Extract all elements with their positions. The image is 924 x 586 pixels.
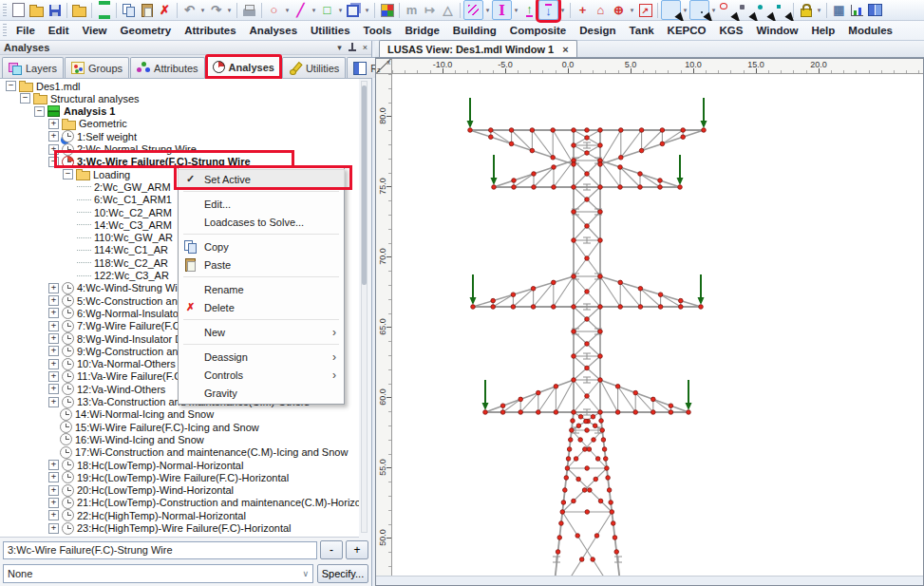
undo-icon[interactable]: ↶ [180,1,198,19]
expand-icon[interactable]: + [48,359,59,369]
grid-table-icon[interactable]: ▦ [830,1,848,19]
menu-utilities[interactable]: Utilities [304,21,357,40]
tree-item[interactable]: −Analysis 1 [34,105,115,118]
tree-item[interactable]: +5:Wc-Construction and [48,294,183,307]
dropdown-caret-icon[interactable]: ▾ [512,1,520,19]
menu-item-rename[interactable]: Rename [179,280,344,298]
menu-tools[interactable]: Tools [357,21,399,40]
tab-attributes[interactable]: Attributes [130,57,204,78]
collapse-icon[interactable]: − [48,157,59,167]
tree-item[interactable]: +1:Self weight [48,130,137,142]
menu-file[interactable]: File [9,21,42,40]
tree-scrollbar-thumb[interactable] [362,85,367,285]
tree-item[interactable]: +22:Hc(HighTemp)-Normal-Horizontal [48,509,246,521]
collapse-icon[interactable]: − [63,169,73,180]
tree-item[interactable]: −Loading [63,168,130,180]
tree-item[interactable]: 110:Wc_GW_AR [77,232,173,244]
collapse-icon[interactable]: − [6,81,16,91]
tree-item[interactable]: 17:Wi-Construction and maintenance(C.M)-… [48,446,348,459]
tree-item[interactable]: +2:Wc-Normal-Strung Wire [48,143,197,156]
sweep-icon[interactable]: △ [439,1,457,19]
select-cursor-icon[interactable] [661,0,681,20]
menu-item-deassign[interactable]: Deassign› [179,348,344,366]
dropdown-caret-icon[interactable]: ▾ [336,1,345,19]
dropdown-caret-icon[interactable]: ▾ [628,1,636,19]
expand-icon[interactable]: + [48,523,59,534]
paste-icon[interactable] [138,1,156,19]
tree-item[interactable]: −3:Wc-Wire Failure(F.C)-Strung Wire [48,156,251,168]
mirror-icon[interactable]: m [403,1,421,19]
menu-item-set-active[interactable]: ✓Set Active [179,170,344,188]
menu-item-controls[interactable]: Controls› [179,366,344,384]
surface-geometry-icon[interactable]: □ [318,1,336,19]
save-model-icon[interactable] [46,1,64,19]
select-box-cursor-icon[interactable] [689,0,709,20]
expand-icon[interactable]: + [48,131,59,142]
tree-item[interactable]: +8:Wg-Wind-Insulator De [48,332,188,345]
print-icon[interactable] [240,1,258,19]
tree-item[interactable]: 14:Wc_C3_ARM [77,218,172,231]
view-close-icon[interactable]: × [562,44,568,55]
menu-item-edit-[interactable]: Edit... [179,195,344,213]
menu-kepco[interactable]: KEPCO [661,21,713,40]
volume-geometry-icon[interactable] [345,1,363,19]
dropdown-caret-icon[interactable]: ▾ [558,1,567,19]
menu-item-loadcases-to-solve-[interactable]: Loadcases to Solve... [179,213,344,231]
expand-icon[interactable]: + [48,397,59,407]
expand-icon[interactable]: + [48,498,59,508]
collapse-icon[interactable]: − [34,106,45,117]
tree-item[interactable]: +11:Va-Wire Failure(F.C) [48,370,185,383]
specify-button[interactable]: Specify... [317,564,368,583]
loadcase-increment-button[interactable]: + [346,540,368,559]
menu-help[interactable]: Help [804,21,841,40]
model-properties-icon[interactable] [95,1,113,19]
menu-building[interactable]: Building [446,21,503,40]
menu-bridge[interactable]: Bridge [398,21,445,40]
select-remove-cursor-icon[interactable] [772,1,790,19]
expand-icon[interactable]: + [48,510,59,520]
close-model-icon[interactable] [70,1,88,19]
delete-icon[interactable]: ✗ [156,1,174,19]
dropdown-caret-icon[interactable]: ▾ [310,1,318,19]
dropdown-caret-icon[interactable]: ▾ [283,1,292,19]
collapse-icon[interactable]: − [20,93,30,104]
menu-design[interactable]: Design [573,21,622,40]
dropdown-caret-icon[interactable]: ▾ [363,1,371,19]
menu-tank[interactable]: Tank [623,21,661,40]
attributes-palette-icon[interactable] [378,1,396,19]
menu-view[interactable]: View [76,21,114,40]
dropdown-caret-icon[interactable]: ▾ [198,1,207,19]
view-tab[interactable]: LUSAS View: Des1.mdl Window 1 × [379,40,577,57]
dynamic-pan-icon[interactable]: + [574,1,592,19]
tree-item[interactable]: +6:Wg-Normal-Insulator [48,307,182,319]
zoom-window-icon[interactable]: ↗ [636,1,654,19]
new-model-icon[interactable] [9,1,28,19]
tree-item[interactable]: +10:Va-Normal-Others [48,358,176,370]
expand-icon[interactable]: + [48,460,59,470]
menu-analyses[interactable]: Analyses [243,21,305,40]
tab-groups[interactable]: Groups [65,57,129,78]
panel-close-icon[interactable]: × [363,43,368,52]
zoom-home-icon[interactable]: ⌂ [592,1,610,19]
expand-icon[interactable]: + [48,321,59,331]
tab-analyses[interactable]: Analyses [206,55,281,78]
panel-pin-icon[interactable] [349,43,356,52]
kepco-loads-icon[interactable]: ↓ [538,0,558,20]
tree-item[interactable]: 118:Wc_C2_AR [77,256,168,269]
tree-scrollbar[interactable] [361,81,368,533]
eigenvector-combo[interactable]: None ∨ [3,564,313,583]
panel-dropdown-icon[interactable]: ▾ [337,43,342,52]
menu-composite[interactable]: Composite [503,21,573,40]
model-canvas[interactable] [392,74,923,585]
menu-item-new[interactable]: New› [179,323,344,341]
menu-modules[interactable]: Modules [841,21,899,40]
tree-item[interactable]: +Geometric [48,118,127,130]
tab-utilities[interactable]: Utilities [282,57,346,78]
section-property-icon[interactable]: I [492,0,512,20]
expand-icon[interactable]: + [48,384,59,394]
menu-kgs[interactable]: KGS [713,21,750,40]
menu-attributes[interactable]: Attributes [178,21,242,40]
supports-icon[interactable]: ↑ [520,1,538,19]
redo-icon[interactable]: ↷ [207,1,225,19]
tree-item[interactable]: 15:Wi-Wire Failure(F.C)-Icing and Snow [48,421,259,433]
